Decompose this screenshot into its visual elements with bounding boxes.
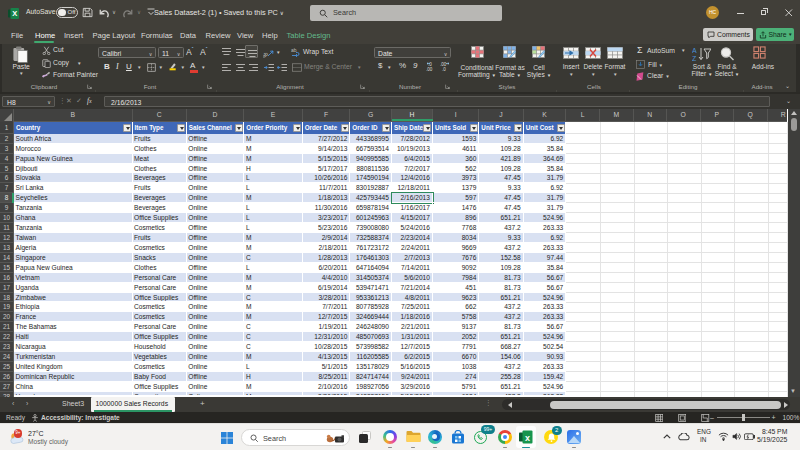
svg-text:ab: ab (263, 50, 269, 57)
svg-text:x: x (525, 432, 530, 442)
svg-text:A: A (692, 47, 697, 54)
svg-text:.0: .0 (442, 66, 446, 71)
svg-text:X: X (12, 9, 17, 18)
svg-text:Z: Z (692, 54, 697, 61)
svg-text:ab: ab (291, 48, 297, 53)
svg-text:.00: .00 (426, 66, 433, 71)
